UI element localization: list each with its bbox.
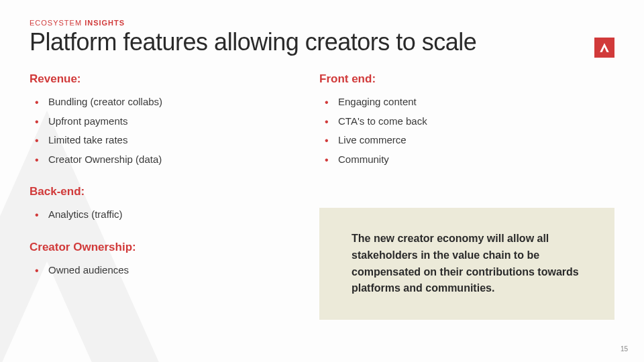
page-title: Platform features allowing creators to s…: [30, 28, 614, 56]
list-item: Community: [319, 150, 614, 170]
list-item: Limited take rates: [30, 131, 279, 150]
list-frontend: Engaging content CTA's to come back Live…: [319, 93, 614, 169]
content-columns: Revenue: Bundling (creator collabs) Upfr…: [30, 72, 614, 320]
list-item: Live commerce: [319, 131, 614, 150]
section-heading-revenue: Revenue:: [30, 72, 279, 86]
list-backend: Analytics (traffic): [30, 205, 279, 225]
eyebrow-prefix: ECOSYSTEM: [30, 19, 85, 27]
list-item: Analytics (traffic): [30, 205, 279, 225]
left-column: Revenue: Bundling (creator collabs) Upfr…: [30, 72, 279, 320]
section-heading-ownership: Creator Ownership:: [30, 241, 279, 254]
list-item: Bundling (creator collabs): [30, 93, 279, 112]
right-column: Front end: Engaging content CTA's to com…: [319, 72, 614, 320]
section-heading-frontend: Front end:: [319, 72, 614, 86]
brand-logo-icon: [594, 38, 614, 58]
list-item: Engaging content: [319, 93, 614, 112]
list-item: Creator Ownership (data): [30, 150, 279, 170]
list-ownership: Owned audiences: [30, 261, 279, 280]
list-revenue: Bundling (creator collabs) Upfront payme…: [30, 93, 279, 169]
list-item: Owned audiences: [30, 261, 279, 280]
eyebrow-bold: INSIGHTS: [85, 19, 125, 27]
list-item: CTA's to come back: [319, 112, 614, 131]
callout-box: The new creator economy will allow all s…: [319, 208, 614, 320]
slide-container: ECOSYSTEM INSIGHTS Platform features all…: [0, 0, 644, 362]
section-heading-backend: Back-end:: [30, 185, 279, 198]
page-number: 15: [621, 345, 628, 353]
eyebrow-label: ECOSYSTEM INSIGHTS: [30, 19, 614, 27]
list-item: Upfront payments: [30, 112, 279, 131]
